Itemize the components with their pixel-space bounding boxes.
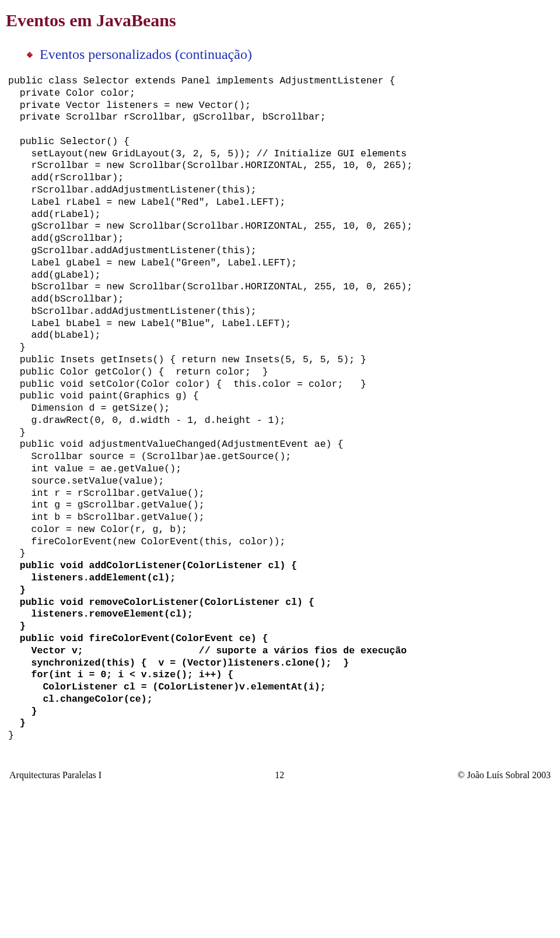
- code-line: }: [8, 584, 552, 597]
- code-line: Scrollbar source = (Scrollbar)ae.getSour…: [8, 451, 552, 463]
- code-line: for(int i = 0; i < v.size(); i++) {: [8, 669, 552, 681]
- code-line: private Vector listeners = new Vector();: [8, 100, 552, 112]
- code-line: listeners.addElement(cl);: [8, 572, 552, 584]
- code-line: color = new Color(r, g, b);: [8, 524, 552, 536]
- code-line: g.drawRect(0, 0, d.width - 1, d.height -…: [8, 415, 552, 427]
- code-line: Vector v; // suporte a vários fios de ex…: [8, 645, 552, 657]
- code-line: }: [8, 718, 552, 730]
- code-line: private Color color;: [8, 88, 552, 100]
- code-line: Label gLabel = new Label("Green", Label.…: [8, 257, 552, 270]
- code-line: synchronized(this) { v = (Vector)listene…: [8, 657, 552, 670]
- code-line: Label bLabel = new Label("Blue", Label.L…: [8, 318, 552, 330]
- code-line: public Insets getInsets() { return new I…: [8, 354, 552, 366]
- svg-marker-1: [30, 52, 33, 55]
- code-line: Label rLabel = new Label("Red", Label.LE…: [8, 197, 552, 209]
- code-line: Dimension d = getSize();: [8, 402, 552, 415]
- code-line: public void fireColorEvent(ColorEvent ce…: [8, 633, 552, 645]
- code-line: public void removeColorListener(ColorLis…: [8, 597, 552, 609]
- code-line: add(rScrollbar);: [8, 172, 552, 184]
- page-footer: Arquitecturas Paralelas I 12 © João Luís…: [8, 770, 552, 780]
- code-line: add(gScrollbar);: [8, 233, 552, 245]
- code-line: [8, 124, 552, 136]
- code-line: rScrollbar = new Scrollbar(Scrollbar.HOR…: [8, 160, 552, 172]
- code-line: listeners.removeElement(cl);: [8, 608, 552, 621]
- code-line: add(rLabel);: [8, 209, 552, 221]
- code-line: cl.changeColor(ce);: [8, 694, 552, 706]
- code-line: int b = bScrollbar.getValue();: [8, 512, 552, 524]
- code-line: public void addColorListener(ColorListen…: [8, 560, 552, 572]
- section-subtitle: Eventos personalizados (continuação): [40, 47, 252, 62]
- code-line: int r = rScrollbar.getValue();: [8, 488, 552, 500]
- code-line: setLayout(new GridLayout(3, 2, 5, 5)); /…: [8, 148, 552, 160]
- subtitle-row: Eventos personalizados (continuação): [27, 47, 552, 62]
- footer-page-number: 12: [275, 770, 284, 780]
- page-title: Eventos em JavaBeans: [6, 10, 552, 30]
- code-line: source.setValue(value);: [8, 475, 552, 488]
- code-line: add(bScrollbar);: [8, 293, 552, 306]
- code-line: public Color getColor() { return color; …: [8, 366, 552, 379]
- diamond-bullet-icon: [27, 52, 33, 58]
- code-line: add(bLabel);: [8, 330, 552, 342]
- code-line: gScrollbar.addAdjustmentListener(this);: [8, 245, 552, 257]
- code-line: gScrollbar = new Scrollbar(Scrollbar.HOR…: [8, 220, 552, 233]
- code-block: public class Selector extends Panel impl…: [8, 75, 552, 742]
- code-line: bScrollbar = new Scrollbar(Scrollbar.HOR…: [8, 281, 552, 293]
- code-line: rScrollbar.addAdjustmentListener(this);: [8, 184, 552, 197]
- code-line: }: [8, 427, 552, 439]
- code-line: public void adjustmentValueChanged(Adjus…: [8, 439, 552, 451]
- code-line: public Selector() {: [8, 136, 552, 148]
- code-line: bScrollbar.addAdjustmentListener(this);: [8, 306, 552, 318]
- code-line: }: [8, 342, 552, 354]
- code-line: int value = ae.getValue();: [8, 463, 552, 475]
- footer-right: © João Luís Sobral 2003: [457, 770, 551, 780]
- code-line: add(gLabel);: [8, 270, 552, 282]
- code-line: private Scrollbar rScrollbar, gScrollbar…: [8, 111, 552, 124]
- code-line: }: [8, 730, 552, 742]
- code-line: int g = gScrollbar.getValue();: [8, 499, 552, 512]
- code-line: }: [8, 621, 552, 633]
- code-line: fireColorEvent(new ColorEvent(this, colo…: [8, 536, 552, 548]
- code-line: ColorListener cl = (ColorListener)v.elem…: [8, 681, 552, 694]
- code-line: public class Selector extends Panel impl…: [8, 75, 552, 88]
- code-line: public void setColor(Color color) { this…: [8, 379, 552, 391]
- code-line: public void paint(Graphics g) {: [8, 390, 552, 402]
- code-line: }: [8, 548, 552, 560]
- footer-left: Arquitecturas Paralelas I: [9, 770, 102, 780]
- code-line: }: [8, 706, 552, 718]
